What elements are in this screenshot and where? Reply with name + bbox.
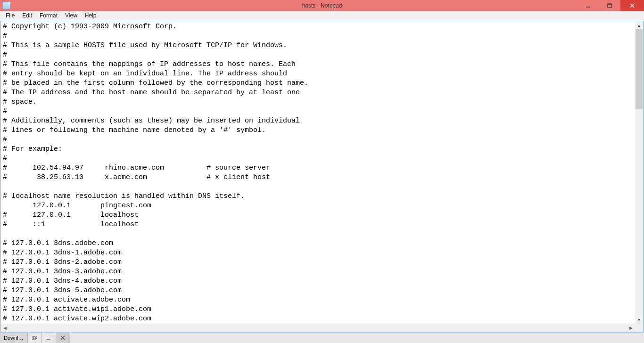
menu-view[interactable]: View [61, 11, 81, 20]
editor-area: # Copyright (c) 1993-2009 Microsoft Corp… [0, 21, 644, 332]
menu-format[interactable]: Format [36, 11, 61, 20]
taskbar-restore-icon[interactable] [28, 333, 42, 343]
taskbar-system-buttons [28, 333, 70, 343]
scroll-left-arrow-icon[interactable]: ◀ [1, 324, 9, 332]
menu-file[interactable]: File [2, 11, 18, 20]
window-title: hosts - Notepad [302, 2, 342, 9]
menu-bar: File Edit Format View Help [0, 11, 644, 20]
taskbar-minimize-icon[interactable] [42, 333, 56, 343]
minimize-button[interactable] [577, 0, 599, 11]
text-editor[interactable]: # Copyright (c) 1993-2009 Microsoft Corp… [1, 21, 643, 332]
horizontal-scrollbar[interactable]: ◀ ▶ [1, 324, 635, 332]
maximize-button[interactable] [599, 0, 620, 11]
menu-edit[interactable]: Edit [18, 11, 36, 20]
taskbar: Downl… [0, 332, 644, 343]
scroll-corner [635, 324, 643, 332]
window-controls [577, 0, 644, 11]
scroll-right-arrow-icon[interactable]: ▶ [627, 324, 635, 332]
window: hosts - Notepad File Edit Format View He… [0, 0, 644, 343]
scroll-up-arrow-icon[interactable]: ▲ [635, 21, 643, 29]
scroll-down-arrow-icon[interactable]: ▼ [635, 316, 643, 324]
vertical-scroll-thumb[interactable] [636, 29, 643, 109]
notepad-icon [3, 2, 10, 9]
title-bar[interactable]: hosts - Notepad [0, 0, 644, 11]
menu-help[interactable]: Help [81, 11, 100, 20]
close-button[interactable] [620, 0, 644, 11]
taskbar-close-icon[interactable] [56, 333, 70, 343]
vertical-scrollbar[interactable]: ▲ ▼ [635, 21, 643, 324]
taskbar-item[interactable]: Downl… [0, 333, 28, 343]
